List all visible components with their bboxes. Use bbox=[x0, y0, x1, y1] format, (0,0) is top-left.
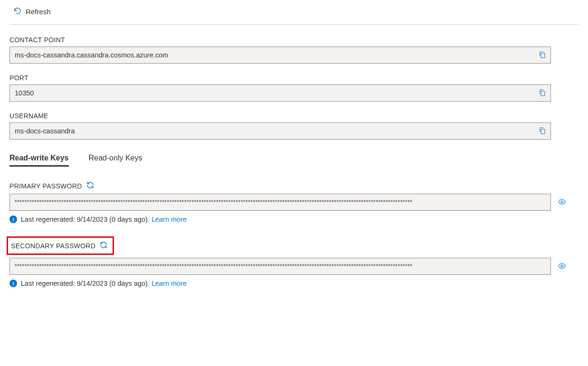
tab-read-only-keys[interactable]: Read-only Keys bbox=[89, 154, 142, 167]
svg-rect-0 bbox=[541, 53, 545, 58]
primary-regen-info: i Last regenerated: 9/14/2023 (0 days ag… bbox=[9, 216, 579, 223]
regenerate-secondary-button[interactable] bbox=[99, 241, 108, 251]
refresh-icon bbox=[13, 7, 22, 17]
primary-password-label-row: PRIMARY PASSWORD bbox=[9, 181, 579, 191]
refresh-label: Refresh bbox=[26, 8, 51, 16]
tab-read-write-keys[interactable]: Read-write Keys bbox=[9, 154, 69, 167]
secondary-password-value[interactable]: ****************************************… bbox=[15, 263, 413, 270]
secondary-regen-text: Last regenerated: 9/14/2023 (0 days ago)… bbox=[21, 280, 187, 287]
primary-learn-more-link[interactable]: Learn more bbox=[152, 216, 187, 223]
refresh-button[interactable]: Refresh bbox=[9, 5, 55, 19]
secondary-password-label: SECONDARY PASSWORD bbox=[11, 242, 95, 250]
show-secondary-password-button[interactable] bbox=[557, 262, 567, 272]
port-field: PORT 10350 bbox=[9, 74, 579, 102]
username-label: USERNAME bbox=[9, 112, 579, 120]
primary-regen-text: Last regenerated: 9/14/2023 (0 days ago)… bbox=[21, 216, 187, 223]
contact-point-field: CONTACT POINT ms-docs-cassandra.cassandr… bbox=[9, 36, 579, 64]
copy-port-button[interactable] bbox=[537, 88, 548, 98]
secondary-password-row: ****************************************… bbox=[9, 258, 579, 275]
toolbar: Refresh bbox=[9, 0, 579, 25]
copy-contact-point-button[interactable] bbox=[537, 50, 548, 60]
info-icon: i bbox=[9, 216, 17, 223]
copy-username-button[interactable] bbox=[537, 126, 548, 136]
primary-password-label: PRIMARY PASSWORD bbox=[9, 182, 82, 190]
copy-icon bbox=[538, 126, 547, 136]
svg-rect-1 bbox=[541, 91, 545, 96]
username-field: USERNAME ms-docs-cassandra bbox=[9, 112, 579, 140]
secondary-password-section: SECONDARY PASSWORD *********************… bbox=[9, 236, 579, 287]
regenerate-primary-button[interactable] bbox=[86, 181, 95, 191]
secondary-password-highlight: SECONDARY PASSWORD bbox=[7, 236, 114, 255]
svg-point-4 bbox=[561, 264, 563, 267]
port-box: 10350 bbox=[9, 84, 551, 102]
username-box: ms-docs-cassandra bbox=[9, 122, 551, 140]
contact-point-box: ms-docs-cassandra.cassandra.cosmos.azure… bbox=[9, 47, 551, 64]
info-icon: i bbox=[9, 280, 17, 287]
copy-icon bbox=[538, 88, 547, 98]
port-value[interactable]: 10350 bbox=[15, 89, 537, 97]
svg-point-3 bbox=[561, 200, 563, 203]
primary-password-section: PRIMARY PASSWORD ***********************… bbox=[9, 181, 579, 223]
secondary-learn-more-link[interactable]: Learn more bbox=[152, 280, 187, 287]
secondary-password-box: ****************************************… bbox=[9, 258, 551, 275]
show-primary-password-button[interactable] bbox=[557, 197, 567, 207]
copy-icon bbox=[538, 50, 547, 60]
svg-rect-2 bbox=[541, 129, 545, 134]
contact-point-label: CONTACT POINT bbox=[9, 36, 579, 44]
contact-point-value[interactable]: ms-docs-cassandra.cassandra.cosmos.azure… bbox=[15, 51, 537, 59]
keys-tabs: Read-write Keys Read-only Keys bbox=[9, 154, 579, 167]
port-label: PORT bbox=[9, 74, 579, 82]
username-value[interactable]: ms-docs-cassandra bbox=[15, 127, 537, 135]
secondary-regen-info: i Last regenerated: 9/14/2023 (0 days ag… bbox=[9, 280, 579, 287]
primary-password-value[interactable]: ****************************************… bbox=[15, 199, 413, 206]
primary-password-row: ****************************************… bbox=[9, 194, 579, 211]
primary-password-box: ****************************************… bbox=[9, 194, 551, 211]
